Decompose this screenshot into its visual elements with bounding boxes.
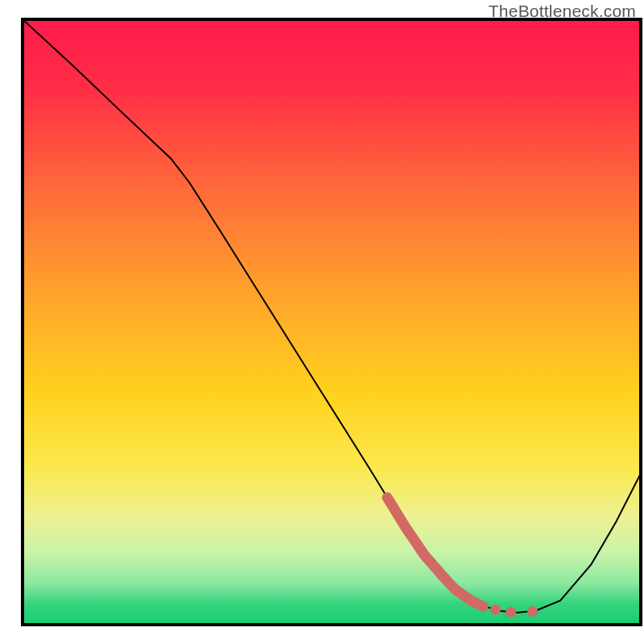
- heat-gradient: [23, 19, 641, 625]
- chart-container: TheBottleneck.com: [0, 0, 644, 644]
- optimal-dot: [490, 605, 501, 615]
- optimal-dot: [506, 607, 516, 617]
- optimal-dot: [527, 606, 538, 617]
- bottleneck-chart: [0, 0, 644, 644]
